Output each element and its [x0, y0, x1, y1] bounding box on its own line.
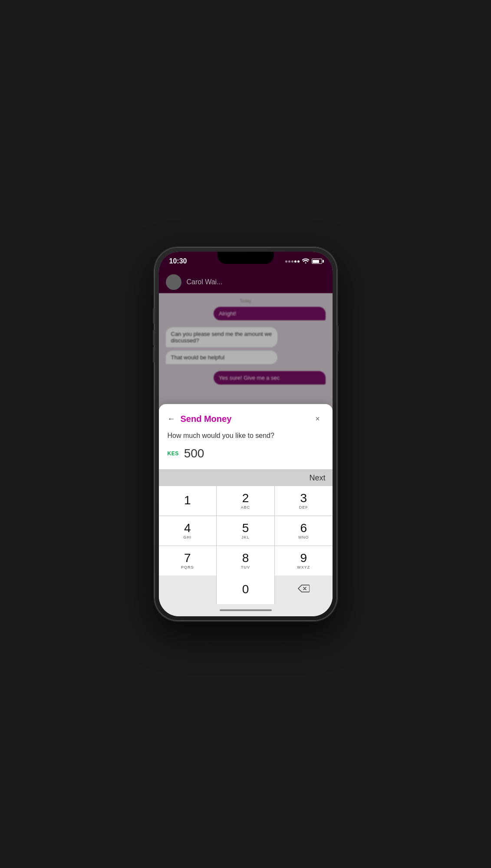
key-5[interactable]: 5 JKL [217, 516, 274, 546]
key-empty [159, 575, 217, 604]
card-title-row: ← Send Money [168, 414, 232, 424]
key-3[interactable]: 3 DEF [275, 486, 333, 516]
numpad-toolbar: Next [159, 469, 333, 486]
key-9[interactable]: 9 WXYZ [275, 546, 333, 575]
key-8-digit: 8 [242, 552, 249, 564]
key-6-letters: MNO [298, 535, 309, 539]
phone-inner: 10:30 [159, 252, 333, 616]
key-3-digit: 3 [300, 492, 307, 504]
battery-fill [313, 260, 319, 263]
key-7-digit: 7 [184, 552, 191, 564]
wifi-icon [302, 258, 309, 265]
key-5-letters: JKL [241, 535, 250, 539]
key-7-letters: PQRS [181, 565, 194, 569]
signal-dot-5 [297, 260, 300, 263]
home-indicator [159, 604, 333, 616]
phone-frame: 10:30 [155, 247, 337, 621]
screen: 10:30 [159, 252, 333, 616]
key-0[interactable]: 0 [217, 575, 274, 604]
signal-dot-2 [288, 260, 290, 263]
next-button[interactable]: Next [309, 473, 325, 483]
signal-dot-1 [285, 260, 287, 263]
key-6[interactable]: 6 MNO [275, 516, 333, 546]
key-2-letters: ABC [241, 505, 250, 510]
key-8-letters: TUV [241, 565, 250, 569]
key-2[interactable]: 2 ABC [217, 486, 274, 516]
key-3-letters: DEF [299, 505, 308, 510]
close-button[interactable]: × [312, 413, 324, 425]
modal-overlay: ← Send Money × How much would you like t… [159, 252, 333, 616]
home-bar [220, 609, 272, 611]
key-7[interactable]: 7 PQRS [159, 546, 217, 575]
back-arrow-icon[interactable]: ← [168, 414, 175, 424]
card-title: Send Money [181, 414, 232, 424]
key-5-digit: 5 [242, 522, 249, 534]
amount-row: KES 500 [168, 447, 324, 464]
key-delete[interactable] [275, 575, 333, 604]
key-4[interactable]: 4 GHI [159, 516, 217, 546]
bottom-row: 0 [159, 575, 333, 604]
key-6-digit: 6 [300, 522, 307, 534]
key-2-digit: 2 [242, 492, 249, 504]
currency-label: KES [168, 450, 179, 457]
card-header: ← Send Money × [168, 413, 324, 425]
key-4-letters: GHI [183, 535, 191, 539]
signal-dot-4 [294, 260, 297, 263]
numpad-container: Next 1 2 ABC 3 [159, 469, 333, 616]
delete-icon [297, 584, 310, 595]
signal-dots [285, 260, 300, 263]
numpad-grid: 1 2 ABC 3 DEF 4 [159, 486, 333, 575]
status-time: 10:30 [169, 257, 187, 265]
send-money-card: ← Send Money × How much would you like t… [159, 404, 333, 469]
battery-icon [312, 259, 322, 264]
signal-dot-3 [291, 260, 293, 263]
amount-value: 500 [184, 447, 204, 460]
key-4-digit: 4 [184, 522, 191, 534]
key-1[interactable]: 1 [159, 486, 217, 516]
status-icons [285, 258, 322, 265]
key-1-digit: 1 [184, 494, 191, 506]
key-8[interactable]: 8 TUV [217, 546, 274, 575]
key-9-letters: WXYZ [297, 565, 310, 569]
send-money-question: How much would you like to send? [168, 432, 324, 440]
key-0-digit: 0 [242, 583, 249, 595]
key-9-digit: 9 [300, 552, 307, 564]
